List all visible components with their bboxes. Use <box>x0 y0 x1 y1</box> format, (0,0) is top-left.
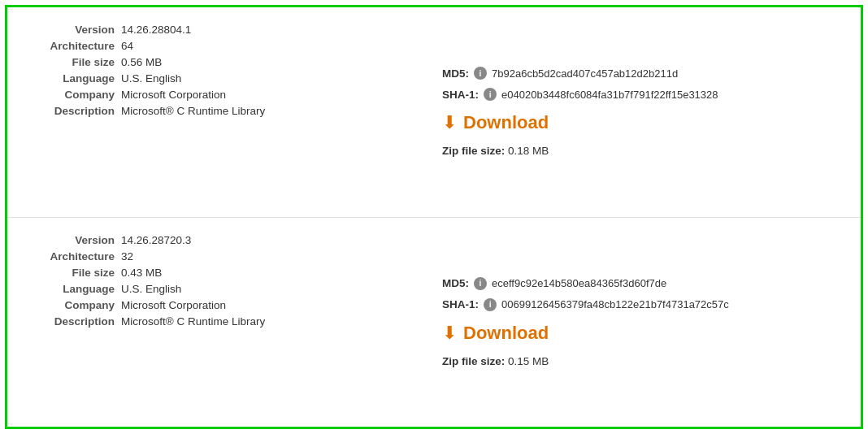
language-row-1: LanguageU.S. English <box>32 72 426 85</box>
filesize-row-1: File size0.56 MB <box>32 56 426 68</box>
version-value-2: 14.26.28720.3 <box>121 234 191 246</box>
language-row-2: LanguageU.S. English <box>32 283 426 295</box>
zip-size-value-2: 0.15 MB <box>508 355 549 367</box>
entry-2: Version14.26.28720.3Architecture32File s… <box>7 218 861 427</box>
right-panel-1: MD5:i7b92a6cb5d2cad407c457ab12d2b211dSHA… <box>426 24 836 201</box>
md5-info-icon-1[interactable]: i <box>474 67 487 80</box>
md5-label-1: MD5: <box>442 67 469 80</box>
md5-value-1: 7b92a6cb5d2cad407c457ab12d2b211d <box>492 67 678 80</box>
filesize-row-2: File size0.43 MB <box>32 267 426 279</box>
version-row-1: Version14.26.28804.1 <box>32 24 426 36</box>
language-value-2: U.S. English <box>121 283 181 295</box>
language-label-2: Language <box>32 283 121 295</box>
main-container: Version14.26.28804.1Architecture64File s… <box>5 5 863 429</box>
sha1-info-icon-1[interactable]: i <box>484 88 497 101</box>
description-value-1: Microsoft® C Runtime Library <box>121 105 265 117</box>
description-label-2: Description <box>32 315 121 328</box>
entry-1: Version14.26.28804.1Architecture64File s… <box>7 7 861 218</box>
filesize-label-1: File size <box>32 56 121 68</box>
filesize-label-2: File size <box>32 267 121 279</box>
language-value-1: U.S. English <box>121 72 181 85</box>
description-row-2: DescriptionMicrosoft® C Runtime Library <box>32 315 426 328</box>
architecture-row-2: Architecture32 <box>32 250 426 263</box>
filesize-value-1: 0.56 MB <box>121 56 162 68</box>
description-row-1: DescriptionMicrosoft® C Runtime Library <box>32 105 426 117</box>
sha1-value-2: 00699126456379fa48cb122e21b7f4731a72c57c <box>501 298 729 310</box>
architecture-row-1: Architecture64 <box>32 40 426 52</box>
version-label-1: Version <box>32 24 121 36</box>
architecture-value-2: 32 <box>121 250 133 263</box>
download-button-1[interactable]: ⬇Download <box>442 112 836 133</box>
md5-value-2: eceff9c92e14b580ea84365f3d60f7de <box>492 277 666 289</box>
company-value-2: Microsoft Corporation <box>121 299 226 311</box>
company-label-1: Company <box>32 89 121 101</box>
sha1-value-1: e04020b3448fc6084fa31b7f791f22ff15e31328 <box>501 89 718 101</box>
sha1-row-1: SHA-1:ie04020b3448fc6084fa31b7f791f22ff1… <box>442 88 836 101</box>
zip-size-row-2: Zip file size: 0.15 MB <box>442 355 836 367</box>
description-label-1: Description <box>32 105 121 117</box>
sha1-info-icon-2[interactable]: i <box>484 298 497 311</box>
company-label-2: Company <box>32 299 121 311</box>
md5-row-1: MD5:i7b92a6cb5d2cad407c457ab12d2b211d <box>442 67 836 80</box>
company-row-2: CompanyMicrosoft Corporation <box>32 299 426 311</box>
architecture-value-1: 64 <box>121 40 133 52</box>
download-icon-2: ⬇ <box>442 324 457 342</box>
md5-label-2: MD5: <box>442 277 469 289</box>
md5-row-2: MD5:ieceff9c92e14b580ea84365f3d60f7de <box>442 277 836 290</box>
left-panel-1: Version14.26.28804.1Architecture64File s… <box>32 24 426 201</box>
architecture-label-2: Architecture <box>32 250 121 263</box>
version-label-2: Version <box>32 234 121 246</box>
md5-info-icon-2[interactable]: i <box>474 277 487 290</box>
sha1-label-2: SHA-1: <box>442 298 479 310</box>
language-label-1: Language <box>32 72 121 85</box>
download-label-2: Download <box>463 323 549 344</box>
filesize-value-2: 0.43 MB <box>121 267 162 279</box>
company-value-1: Microsoft Corporation <box>121 89 226 101</box>
sha1-row-2: SHA-1:i00699126456379fa48cb122e21b7f4731… <box>442 298 836 311</box>
zip-size-row-1: Zip file size: 0.18 MB <box>442 145 836 157</box>
version-row-2: Version14.26.28720.3 <box>32 234 426 246</box>
download-label-1: Download <box>463 112 549 133</box>
zip-size-label-2: Zip file size: <box>442 355 508 367</box>
version-value-1: 14.26.28804.1 <box>121 24 191 36</box>
zip-size-value-1: 0.18 MB <box>508 145 549 157</box>
description-value-2: Microsoft® C Runtime Library <box>121 315 265 328</box>
download-button-2[interactable]: ⬇Download <box>442 323 836 344</box>
right-panel-2: MD5:ieceff9c92e14b580ea84365f3d60f7deSHA… <box>426 234 836 411</box>
download-icon-1: ⬇ <box>442 114 457 132</box>
architecture-label-1: Architecture <box>32 40 121 52</box>
zip-size-label-1: Zip file size: <box>442 145 508 157</box>
sha1-label-1: SHA-1: <box>442 89 479 101</box>
company-row-1: CompanyMicrosoft Corporation <box>32 89 426 101</box>
left-panel-2: Version14.26.28720.3Architecture32File s… <box>32 234 426 411</box>
